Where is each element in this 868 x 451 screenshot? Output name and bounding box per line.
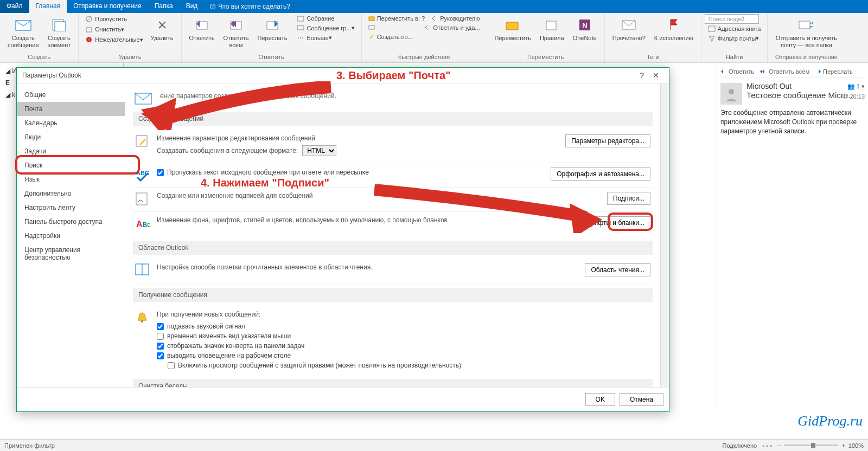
highlight-mail-category — [15, 155, 140, 175]
cursor-checkbox[interactable] — [157, 333, 164, 340]
group-label-create: Создать — [3, 53, 75, 61]
quick-createnew[interactable]: Создать но... — [365, 33, 427, 41]
section-panes: Области Outlook — [133, 241, 653, 255]
new-mail-button[interactable]: Создать сообщение — [3, 14, 43, 51]
preview-forward[interactable]: Переслать — [815, 68, 853, 75]
preview-reply-all[interactable]: Ответить всем — [760, 68, 809, 75]
filter-mail-button[interactable]: Фильтр почты ▾ — [705, 34, 764, 43]
tab-home[interactable]: Главная — [29, 0, 67, 13]
group-label-respond: Ответить — [185, 53, 358, 61]
im-button[interactable]: Сообщение гр... ▾ — [293, 23, 358, 33]
mail-icon — [133, 90, 155, 106]
tray-icon-checkbox[interactable] — [157, 343, 164, 350]
sendreceive-button[interactable]: Отправить и получить почту — все папки — [771, 14, 841, 51]
cancel-button[interactable]: Отмена — [620, 393, 663, 406]
delete-button[interactable]: Удалить — [146, 14, 178, 44]
editor-options-button[interactable]: Параметры редактора... — [565, 134, 650, 147]
quick-teammail[interactable] — [365, 23, 422, 32]
cat-people[interactable]: Люди — [17, 130, 125, 144]
onenote-button[interactable]: NOneNote — [569, 14, 601, 44]
section-compose: Создание сообщений — [133, 112, 653, 126]
svg-rect-19 — [369, 25, 374, 29]
preview-reply[interactable]: Ответить — [720, 68, 754, 75]
followup-button[interactable]: К исполнению — [650, 14, 698, 44]
section-arrival: Получение сообщения — [133, 288, 653, 302]
svg-line-6 — [87, 17, 91, 21]
format-select[interactable]: HTML — [302, 145, 336, 156]
svg-text:N: N — [582, 21, 587, 29]
preview-sender: Microsoft Out — [746, 82, 792, 91]
desktop-alert-checkbox[interactable] — [157, 352, 164, 359]
section-cleanup: Очистка беседы — [133, 379, 653, 387]
ribbon: Создать сообщение Создать элемент Создат… — [0, 13, 868, 63]
content-scrollbar[interactable] — [660, 83, 669, 387]
rules-button[interactable]: Правила — [535, 14, 569, 44]
svg-rect-14 — [297, 25, 304, 30]
cat-calendar[interactable]: Календарь — [17, 116, 125, 130]
close-button[interactable]: ✕ — [648, 71, 663, 80]
svg-rect-31 — [136, 193, 147, 205]
svg-rect-18 — [369, 17, 374, 21]
forward-button[interactable]: Переслать — [253, 14, 292, 44]
tell-me-search[interactable]: ? Что вы хотите сделать? — [204, 0, 296, 13]
tab-folder[interactable]: Папка — [148, 0, 180, 13]
tab-file[interactable]: Файл — [0, 0, 29, 13]
help-button[interactable]: ? — [635, 71, 648, 80]
reading-pane-button[interactable]: Область чтения... — [585, 263, 650, 276]
options-dialog: Параметры Outlook ? ✕ Общие Почта Календ… — [16, 67, 669, 412]
svg-point-15 — [298, 37, 299, 38]
reading-pane-icon — [135, 263, 150, 279]
zoom-control[interactable]: −+ 100% — [777, 442, 864, 449]
group-label-delete: Удалить — [82, 53, 177, 61]
cat-quick-access[interactable]: Панель быстрого доступа — [17, 215, 125, 229]
cat-addins[interactable]: Надстройки — [17, 229, 125, 243]
reply-all-button[interactable]: Ответить всем — [219, 14, 253, 51]
svg-point-17 — [302, 37, 303, 38]
cat-customize-ribbon[interactable]: Настроить ленту — [17, 201, 125, 215]
ignore-button[interactable]: Пропустить — [82, 14, 146, 24]
svg-point-35 — [141, 320, 143, 323]
bell-icon — [135, 311, 150, 326]
quick-replydel[interactable]: Ответить и уда... — [421, 23, 483, 32]
junk-button[interactable]: !Нежелательные ▾ — [82, 35, 146, 44]
avatar — [720, 83, 742, 105]
svg-rect-4 — [55, 22, 66, 31]
meeting-button[interactable]: Собрание — [293, 14, 358, 23]
move-button[interactable]: Переместить — [490, 14, 535, 44]
svg-rect-13 — [297, 16, 304, 21]
people-search[interactable]: Поиск людей — [705, 14, 759, 24]
skip-original-checkbox[interactable] — [157, 169, 164, 176]
tab-view[interactable]: Вид — [180, 0, 205, 13]
status-filter: Применен фильтр — [4, 442, 55, 449]
cat-trust-center[interactable]: Центр управления безопасностью — [17, 243, 125, 265]
sound-checkbox[interactable] — [157, 323, 164, 330]
cat-mail[interactable]: Почта — [17, 102, 125, 116]
options-sidebar: Общие Почта Календарь Люди Задачи Поиск … — [17, 83, 125, 387]
addressbook-button[interactable]: Адресная книга — [705, 24, 764, 33]
unread-button[interactable]: Прочитано? — [608, 14, 650, 44]
tab-sendreceive[interactable]: Отправка и получение — [67, 0, 148, 13]
dialog-title: Параметры Outlook — [22, 72, 81, 79]
quick-manager[interactable]: Руководителю — [428, 14, 483, 23]
reply-button[interactable]: Ответить — [185, 14, 219, 44]
cleanup-button[interactable]: Очистить ▾ — [82, 24, 146, 34]
quick-moveto[interactable]: Переместить в: ? — [365, 14, 429, 23]
group-label-find: Найти — [705, 53, 764, 61]
reading-pane: Ответить Ответить всем Переслать Microso… — [717, 63, 868, 410]
spelling-button[interactable]: Орфография и автозамена... — [551, 167, 650, 181]
svg-text:ABC: ABC — [136, 220, 150, 229]
cat-general[interactable]: Общие — [17, 88, 125, 102]
group-label-move: Переместить — [490, 53, 601, 61]
ribbon-tabs: Файл Главная Отправка и получение Папка … — [0, 0, 868, 13]
more-respond-button[interactable]: Больше ▾ — [293, 33, 358, 42]
options-content: ение параметров создаваемых и получаемых… — [125, 83, 660, 387]
svg-rect-26 — [799, 21, 810, 29]
signatures-button[interactable]: Подписи... — [607, 192, 650, 205]
cat-advanced[interactable]: Дополнительно — [17, 186, 125, 201]
svg-rect-29 — [136, 136, 147, 146]
new-item-button[interactable]: Создать элемент — [43, 14, 75, 51]
stationery-icon: ABC — [135, 216, 150, 231]
rights-preview-checkbox[interactable] — [168, 362, 175, 369]
svg-rect-7 — [86, 28, 92, 32]
ok-button[interactable]: OK — [585, 393, 615, 406]
